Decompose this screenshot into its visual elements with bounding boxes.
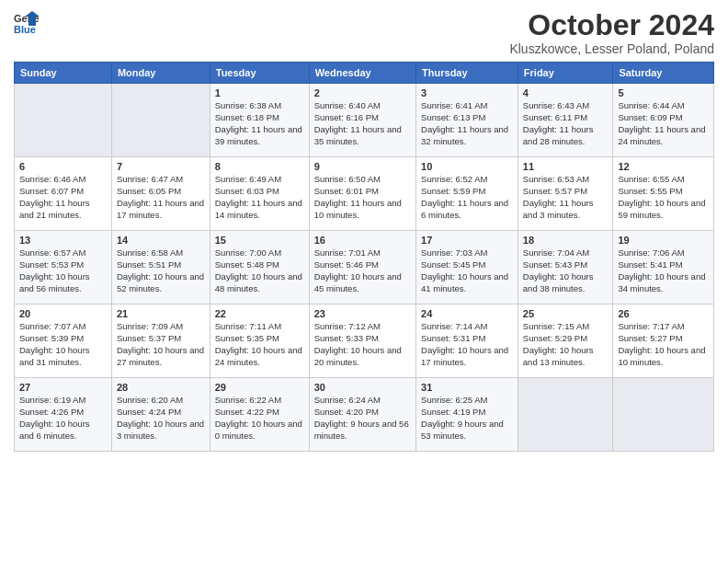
subtitle: Kluszkowce, Lesser Poland, Poland bbox=[509, 41, 714, 56]
calendar-week-row: 27Sunrise: 6:19 AM Sunset: 4:26 PM Dayli… bbox=[15, 378, 714, 452]
day-info: Sunrise: 6:20 AM Sunset: 4:24 PM Dayligh… bbox=[117, 395, 205, 442]
day-info: Sunrise: 6:53 AM Sunset: 5:57 PM Dayligh… bbox=[523, 174, 609, 221]
day-number: 17 bbox=[421, 235, 513, 246]
calendar-body: 1Sunrise: 6:38 AM Sunset: 6:18 PM Daylig… bbox=[15, 84, 714, 452]
weekday-header-saturday: Saturday bbox=[613, 63, 714, 84]
day-number: 10 bbox=[421, 161, 513, 172]
day-number: 1 bbox=[215, 87, 304, 98]
calendar-cell: 13Sunrise: 6:57 AM Sunset: 5:53 PM Dayli… bbox=[15, 231, 112, 304]
calendar-cell: 2Sunrise: 6:40 AM Sunset: 6:16 PM Daylig… bbox=[309, 84, 415, 157]
logo-icon: General Blue bbox=[14, 9, 40, 35]
calendar-cell: 1Sunrise: 6:38 AM Sunset: 6:18 PM Daylig… bbox=[210, 84, 309, 157]
calendar-cell: 30Sunrise: 6:24 AM Sunset: 4:20 PM Dayli… bbox=[309, 378, 415, 452]
calendar-week-row: 13Sunrise: 6:57 AM Sunset: 5:53 PM Dayli… bbox=[15, 231, 714, 304]
day-info: Sunrise: 7:03 AM Sunset: 5:45 PM Dayligh… bbox=[421, 247, 513, 294]
day-info: Sunrise: 6:24 AM Sunset: 4:20 PM Dayligh… bbox=[314, 395, 411, 442]
day-info: Sunrise: 7:04 AM Sunset: 5:43 PM Dayligh… bbox=[523, 247, 609, 294]
day-number: 14 bbox=[117, 235, 205, 246]
day-number: 31 bbox=[421, 382, 513, 393]
weekday-header-row: SundayMondayTuesdayWednesdayThursdayFrid… bbox=[15, 63, 714, 84]
calendar-cell: 9Sunrise: 6:50 AM Sunset: 6:01 PM Daylig… bbox=[309, 157, 415, 231]
weekday-header-friday: Friday bbox=[518, 63, 613, 84]
calendar-cell: 7Sunrise: 6:47 AM Sunset: 6:05 PM Daylig… bbox=[111, 157, 210, 231]
day-info: Sunrise: 6:44 AM Sunset: 6:09 PM Dayligh… bbox=[618, 100, 709, 147]
calendar-cell bbox=[518, 378, 613, 452]
calendar-cell: 20Sunrise: 7:07 AM Sunset: 5:39 PM Dayli… bbox=[15, 304, 112, 378]
calendar-cell: 29Sunrise: 6:22 AM Sunset: 4:22 PM Dayli… bbox=[210, 378, 309, 452]
day-number: 28 bbox=[117, 382, 205, 393]
day-number: 29 bbox=[215, 382, 304, 393]
day-info: Sunrise: 6:55 AM Sunset: 5:55 PM Dayligh… bbox=[618, 174, 709, 221]
calendar-week-row: 6Sunrise: 6:46 AM Sunset: 6:07 PM Daylig… bbox=[15, 157, 714, 231]
calendar-cell: 6Sunrise: 6:46 AM Sunset: 6:07 PM Daylig… bbox=[15, 157, 112, 231]
calendar-cell: 27Sunrise: 6:19 AM Sunset: 4:26 PM Dayli… bbox=[15, 378, 112, 452]
calendar-cell: 22Sunrise: 7:11 AM Sunset: 5:35 PM Dayli… bbox=[210, 304, 309, 378]
day-info: Sunrise: 7:06 AM Sunset: 5:41 PM Dayligh… bbox=[618, 247, 709, 294]
day-number: 15 bbox=[215, 235, 304, 246]
day-info: Sunrise: 6:46 AM Sunset: 6:07 PM Dayligh… bbox=[19, 174, 107, 221]
day-info: Sunrise: 7:01 AM Sunset: 5:46 PM Dayligh… bbox=[314, 247, 411, 294]
calendar-cell: 12Sunrise: 6:55 AM Sunset: 5:55 PM Dayli… bbox=[613, 157, 714, 231]
day-info: Sunrise: 6:47 AM Sunset: 6:05 PM Dayligh… bbox=[117, 174, 205, 221]
calendar-cell: 19Sunrise: 7:06 AM Sunset: 5:41 PM Dayli… bbox=[613, 231, 714, 304]
calendar-cell bbox=[613, 378, 714, 452]
day-number: 22 bbox=[215, 308, 304, 319]
day-info: Sunrise: 6:40 AM Sunset: 6:16 PM Dayligh… bbox=[314, 100, 411, 147]
day-info: Sunrise: 7:11 AM Sunset: 5:35 PM Dayligh… bbox=[215, 321, 304, 368]
day-number: 16 bbox=[314, 235, 411, 246]
calendar-cell: 21Sunrise: 7:09 AM Sunset: 5:37 PM Dayli… bbox=[111, 304, 210, 378]
calendar-cell: 28Sunrise: 6:20 AM Sunset: 4:24 PM Dayli… bbox=[111, 378, 210, 452]
day-number: 25 bbox=[523, 308, 609, 319]
day-number: 4 bbox=[523, 87, 609, 98]
day-number: 19 bbox=[618, 235, 709, 246]
calendar-cell: 14Sunrise: 6:58 AM Sunset: 5:51 PM Dayli… bbox=[111, 231, 210, 304]
day-info: Sunrise: 7:15 AM Sunset: 5:29 PM Dayligh… bbox=[523, 321, 609, 368]
day-info: Sunrise: 7:00 AM Sunset: 5:48 PM Dayligh… bbox=[215, 247, 304, 294]
calendar-table: SundayMondayTuesdayWednesdayThursdayFrid… bbox=[14, 62, 714, 452]
day-info: Sunrise: 7:14 AM Sunset: 5:31 PM Dayligh… bbox=[421, 321, 513, 368]
day-info: Sunrise: 7:17 AM Sunset: 5:27 PM Dayligh… bbox=[618, 321, 709, 368]
day-info: Sunrise: 6:25 AM Sunset: 4:19 PM Dayligh… bbox=[421, 395, 513, 442]
day-number: 8 bbox=[215, 161, 304, 172]
day-info: Sunrise: 6:52 AM Sunset: 5:59 PM Dayligh… bbox=[421, 174, 513, 221]
day-number: 27 bbox=[19, 382, 107, 393]
calendar-cell bbox=[15, 84, 112, 157]
day-info: Sunrise: 6:50 AM Sunset: 6:01 PM Dayligh… bbox=[314, 174, 411, 221]
day-number: 23 bbox=[314, 308, 411, 319]
day-number: 26 bbox=[618, 308, 709, 319]
weekday-header-tuesday: Tuesday bbox=[210, 63, 309, 84]
calendar-cell: 3Sunrise: 6:41 AM Sunset: 6:13 PM Daylig… bbox=[416, 84, 518, 157]
day-number: 18 bbox=[523, 235, 609, 246]
weekday-header-monday: Monday bbox=[111, 63, 210, 84]
calendar-cell: 23Sunrise: 7:12 AM Sunset: 5:33 PM Dayli… bbox=[309, 304, 415, 378]
calendar-cell: 11Sunrise: 6:53 AM Sunset: 5:57 PM Dayli… bbox=[518, 157, 613, 231]
day-number: 11 bbox=[523, 161, 609, 172]
day-number: 6 bbox=[19, 161, 107, 172]
day-info: Sunrise: 6:58 AM Sunset: 5:51 PM Dayligh… bbox=[117, 247, 205, 294]
main-title: October 2024 bbox=[509, 9, 714, 41]
day-info: Sunrise: 6:41 AM Sunset: 6:13 PM Dayligh… bbox=[421, 100, 513, 147]
day-number: 24 bbox=[421, 308, 513, 319]
day-number: 21 bbox=[117, 308, 205, 319]
title-section: October 2024 Kluszkowce, Lesser Poland, … bbox=[509, 9, 714, 56]
day-number: 9 bbox=[314, 161, 411, 172]
day-info: Sunrise: 6:19 AM Sunset: 4:26 PM Dayligh… bbox=[19, 395, 107, 442]
day-info: Sunrise: 7:07 AM Sunset: 5:39 PM Dayligh… bbox=[19, 321, 107, 368]
day-number: 30 bbox=[314, 382, 411, 393]
day-info: Sunrise: 6:22 AM Sunset: 4:22 PM Dayligh… bbox=[215, 395, 304, 442]
calendar-cell: 31Sunrise: 6:25 AM Sunset: 4:19 PM Dayli… bbox=[416, 378, 518, 452]
calendar-cell: 10Sunrise: 6:52 AM Sunset: 5:59 PM Dayli… bbox=[416, 157, 518, 231]
day-info: Sunrise: 6:38 AM Sunset: 6:18 PM Dayligh… bbox=[215, 100, 304, 147]
calendar-cell: 15Sunrise: 7:00 AM Sunset: 5:48 PM Dayli… bbox=[210, 231, 309, 304]
logo: General Blue bbox=[14, 9, 40, 35]
calendar-header: SundayMondayTuesdayWednesdayThursdayFrid… bbox=[15, 63, 714, 84]
day-info: Sunrise: 7:12 AM Sunset: 5:33 PM Dayligh… bbox=[314, 321, 411, 368]
calendar-week-row: 20Sunrise: 7:07 AM Sunset: 5:39 PM Dayli… bbox=[15, 304, 714, 378]
calendar-cell: 4Sunrise: 6:43 AM Sunset: 6:11 PM Daylig… bbox=[518, 84, 613, 157]
weekday-header-sunday: Sunday bbox=[15, 63, 112, 84]
weekday-header-thursday: Thursday bbox=[416, 63, 518, 84]
calendar-cell: 18Sunrise: 7:04 AM Sunset: 5:43 PM Dayli… bbox=[518, 231, 613, 304]
day-number: 12 bbox=[618, 161, 709, 172]
day-number: 2 bbox=[314, 87, 411, 98]
day-number: 7 bbox=[117, 161, 205, 172]
